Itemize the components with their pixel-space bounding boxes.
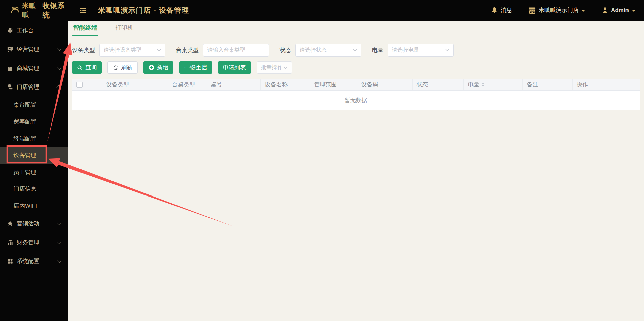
sidebar-item-label: 营销活动	[17, 220, 39, 227]
sidebar-item-label: 工作台	[17, 27, 34, 34]
refresh-button[interactable]: 刷新	[107, 61, 138, 74]
column-header-table-number: 桌号	[206, 79, 261, 90]
column-header-device-type: 设备类型	[102, 79, 168, 90]
messages-button[interactable]: 消息	[491, 6, 512, 14]
empty-state-label: 暂无数据	[345, 96, 367, 104]
batch-operations-select[interactable]: 批量操作	[257, 61, 292, 74]
button-label: 查询	[85, 64, 97, 71]
column-header-device-code: 设备码	[357, 79, 413, 90]
sidebar-item-store-management[interactable]: 门店管理	[0, 77, 68, 96]
search-button[interactable]: 查询	[72, 61, 102, 74]
workbench-icon	[7, 27, 13, 34]
sidebar-item-label: 系统配置	[17, 257, 39, 265]
coins-icon	[7, 83, 13, 90]
sidebar-item-workbench[interactable]: 工作台	[0, 21, 68, 40]
messages-label: 消息	[501, 6, 512, 14]
sidebar-item-label: 终端配置	[13, 135, 36, 142]
table-type-label: 台桌类型	[176, 46, 199, 54]
device-type-select[interactable]: 请选择设备类型	[99, 44, 165, 57]
sidebar-item-label: 门店管理	[17, 83, 39, 91]
button-label: 新增	[157, 64, 168, 71]
add-button[interactable]: 新增	[143, 61, 173, 74]
refresh-icon	[113, 65, 118, 70]
sidebar: 工作台 经营管理 商城管理 门店	[0, 21, 68, 321]
battery-label: 电量	[372, 46, 383, 54]
sidebar-item-label: 经营管理	[17, 45, 39, 53]
sidebar-item-system-config[interactable]: 系统配置	[0, 252, 68, 271]
frog-logo-icon	[10, 6, 20, 14]
business-chart-icon	[7, 46, 13, 52]
sidebar-item-label: 财务管理	[17, 239, 39, 246]
chevron-down-icon	[632, 10, 635, 13]
sidebar-item-device-management[interactable]: 设备管理	[0, 147, 68, 164]
tab-printer[interactable]: 打印机	[114, 24, 134, 36]
page-title: 米呱呱演示门店 - 设备管理	[98, 6, 189, 15]
user-menu[interactable]: Admin	[602, 7, 635, 14]
chevron-down-icon	[57, 46, 62, 51]
chevron-down-icon	[57, 258, 62, 263]
column-header-actions: 操作	[573, 79, 640, 90]
sidebar-item-business-management[interactable]: 经营管理	[0, 40, 68, 59]
sidebar-item-label: 店内WIFI	[13, 202, 37, 210]
sidebar-item-finance[interactable]: 财务管理	[0, 233, 68, 252]
sidebar-item-mall-management[interactable]: 商城管理	[0, 59, 68, 77]
sidebar-item-store-wifi[interactable]: 店内WIFI	[0, 197, 68, 214]
apply-list-button[interactable]: 申请列表	[218, 61, 251, 74]
bar-chart-icon	[7, 239, 13, 246]
sidebar-item-terminal-config[interactable]: 终端配置	[0, 130, 68, 147]
battery-select[interactable]: 请选择电量	[388, 44, 454, 57]
select-placeholder: 批量操作	[261, 64, 284, 71]
sidebar-item-staff-management[interactable]: 员工管理	[0, 164, 68, 180]
main-content: 智能终端 打印机 设备类型 请选择设备类型 台桌类型 状态 请选择状态 电量	[68, 21, 644, 321]
button-label: 申请列表	[223, 64, 246, 71]
column-header-scope: 管理范围	[310, 79, 357, 90]
filter-bar: 设备类型 请选择设备类型 台桌类型 状态 请选择状态 电量 请选择电量	[68, 36, 644, 57]
chevron-down-icon	[284, 66, 288, 69]
reboot-all-button[interactable]: 一键重启	[179, 61, 212, 74]
shopping-bag-icon	[7, 65, 13, 71]
chevron-down-icon	[157, 49, 161, 51]
select-all-checkbox[interactable]	[76, 82, 83, 88]
column-header-table-type: 台桌类型	[168, 79, 206, 90]
chevron-down-icon	[57, 240, 62, 244]
brand-name: 米呱呱	[22, 1, 39, 20]
sidebar-item-label: 商城管理	[17, 64, 39, 72]
chevron-down-icon	[57, 65, 62, 70]
select-placeholder: 请选择电量	[392, 47, 445, 54]
status-select[interactable]: 请选择状态	[295, 44, 361, 57]
column-header-remark: 备注	[523, 79, 573, 90]
sidebar-item-rate-config[interactable]: 费率配置	[0, 113, 68, 130]
chevron-down-icon	[445, 49, 449, 51]
button-label: 刷新	[121, 64, 132, 71]
chevron-down-icon	[353, 49, 357, 51]
tab-smart-terminal[interactable]: 智能终端	[72, 24, 98, 36]
chevron-down-icon	[582, 10, 585, 13]
sidebar-item-label: 员工管理	[13, 168, 36, 176]
table-type-input[interactable]	[203, 44, 269, 57]
sidebar-item-marketing[interactable]: 营销活动	[0, 214, 68, 233]
search-icon	[77, 65, 83, 70]
menu-fold-icon[interactable]	[79, 7, 87, 14]
column-header-label: 电量	[468, 81, 479, 88]
sidebar-item-label: 设备管理	[13, 151, 36, 159]
device-type-label: 设备类型	[72, 46, 95, 54]
toolbar: 查询 刷新 新增 一键重启 申请列表 批量操作	[68, 57, 644, 74]
column-header-status: 状态	[413, 79, 464, 90]
sort-icon[interactable]	[482, 83, 484, 87]
sidebar-item-label: 桌台配置	[13, 101, 36, 109]
store-switcher[interactable]: 米呱呱演示门店	[528, 6, 585, 14]
sidebar-item-label: 费率配置	[13, 118, 36, 126]
user-icon	[602, 7, 608, 14]
storefront-icon	[528, 7, 536, 14]
table-header: 设备类型 台桌类型 桌号 设备名称 管理范围 设备码 状态 电量 备注 操作	[72, 79, 640, 91]
star-icon	[7, 220, 13, 227]
plus-circle-icon	[149, 65, 154, 70]
status-label: 状态	[280, 46, 291, 54]
tabbar: 智能终端 打印机	[68, 21, 644, 36]
topbar-divider	[520, 6, 520, 15]
sidebar-item-table-config[interactable]: 桌台配置	[0, 96, 68, 113]
chevron-down-icon	[57, 221, 62, 225]
app-logo: 米呱呱 收银系统	[0, 1, 68, 20]
grid-icon	[7, 258, 13, 264]
sidebar-item-store-info[interactable]: 门店信息	[0, 180, 68, 197]
